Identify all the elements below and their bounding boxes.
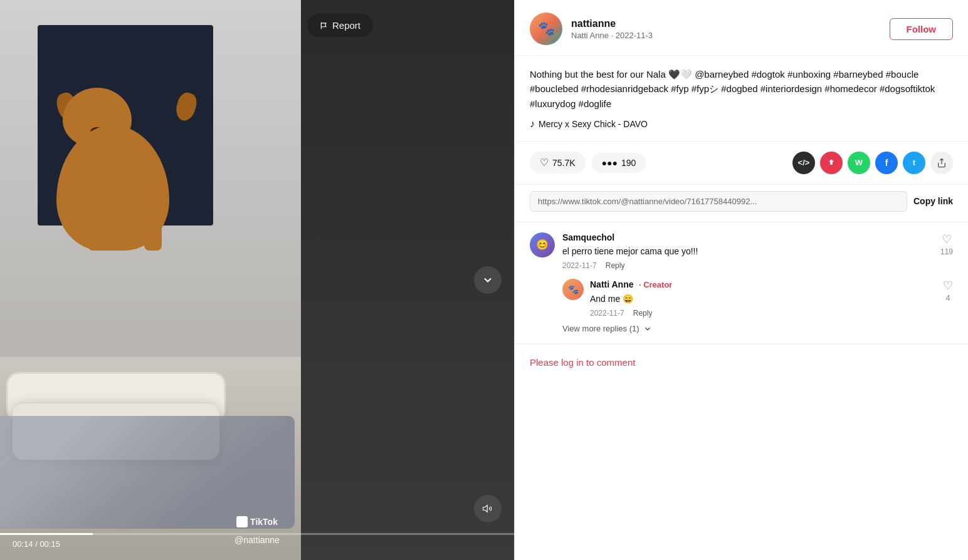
view-more-label: View more replies (1)	[562, 324, 639, 333]
avatar-emoji: 🐾	[538, 21, 555, 37]
reply-text: And me 😄	[590, 293, 937, 305]
comment-avatar: 😊	[530, 232, 555, 257]
report-label: Report	[332, 20, 360, 31]
chevron-down-button[interactable]	[474, 266, 502, 294]
rug	[0, 416, 295, 529]
right-panel: 🐾 nattianne Natti Anne · 2022-11-3 Follo…	[514, 0, 968, 560]
comment-body: Samquechol el perro tiene mejor cama que…	[562, 232, 933, 270]
video-scene	[0, 0, 514, 560]
reply-body: Natti Anne · Creator And me 😄 2022-11-7 …	[590, 279, 937, 318]
time-total: 00:15	[39, 539, 60, 549]
share-twitter-button[interactable]: t	[903, 152, 925, 174]
music-row: ♪ Mercy x Sexy Chick - DAVO	[530, 118, 953, 130]
share-icon	[937, 158, 947, 168]
reply-date: 2022-11-7	[590, 309, 624, 318]
commenter-username: Samquechol	[562, 232, 933, 242]
like-button[interactable]: ♡ 75.7K	[530, 152, 586, 174]
like-count: 75.7K	[552, 158, 576, 168]
reply-avatar-emoji: 🐾	[568, 284, 579, 294]
author-name: nattianne	[571, 18, 881, 29]
comment-date: 2022-11-7	[562, 261, 597, 270]
author-row: 🐾 nattianne Natti Anne · 2022-11-3 Follo…	[515, 0, 968, 56]
heart-icon: ♡	[540, 157, 549, 169]
comment-like: ♡ 119	[940, 232, 953, 256]
share-more-button[interactable]	[930, 152, 953, 174]
share-icons: </> W f t	[792, 152, 953, 174]
description-section: Nothing but the best for our Nala 🖤🤍 @ba…	[515, 56, 968, 142]
time-current: 00:14	[13, 539, 33, 549]
reply-avatar: 🐾	[562, 279, 584, 300]
comment-header: 😊 Samquechol el perro tiene mejor cama q…	[530, 232, 953, 270]
follow-button[interactable]: Follow	[890, 18, 954, 40]
volume-icon	[482, 503, 493, 514]
share-facebook-button[interactable]: f	[875, 152, 898, 174]
reply-username: Natti Anne	[590, 279, 633, 289]
dog	[38, 75, 213, 326]
embed-icon: </>	[798, 158, 810, 167]
comment-icon: ●●●	[602, 158, 618, 168]
reply-username-row: Natti Anne · Creator	[590, 279, 937, 290]
reply-like-count: 4	[946, 294, 950, 303]
reply-comment: 🐾 Natti Anne · Creator And me 😄 2022-11-…	[562, 279, 953, 318]
video-panel: Report TikTok 00:14 / 00:15 @nattianne	[0, 0, 514, 560]
comment-button[interactable]: ●●● 190	[592, 153, 646, 173]
dog-body	[56, 125, 169, 251]
tiktok-logo-icon	[236, 516, 248, 527]
chevron-down-icon	[481, 274, 494, 286]
flag-icon	[320, 21, 329, 30]
login-prompt-text[interactable]: Please log in to comment	[530, 357, 953, 368]
author-avatar: 🐾	[530, 13, 562, 45]
comments-section: 😊 Samquechol el perro tiene mejor cama q…	[515, 222, 968, 345]
link-row: https://www.tiktok.com/@nattianne/video/…	[515, 185, 968, 222]
reply-button[interactable]: Reply	[606, 261, 625, 270]
dog-ear-right	[174, 91, 199, 123]
comment-item: 😊 Samquechol el perro tiene mejor cama q…	[515, 222, 968, 345]
login-prompt: Please log in to comment	[515, 344, 968, 380]
dog-leg-fr	[144, 200, 162, 251]
comment-text: el perro tiene mejor cama que yo!!!	[562, 245, 933, 257]
creator-badge: · Creator	[639, 280, 672, 289]
nested-reply-button[interactable]: Reply	[633, 309, 653, 318]
facebook-icon: f	[885, 158, 888, 168]
reply-heart-icon[interactable]: ♡	[943, 279, 953, 293]
whatsapp-icon: W	[855, 158, 863, 167]
embed-button[interactable]: </>	[792, 152, 815, 174]
video-progress-fill	[0, 533, 93, 535]
share-whatsapp-button[interactable]: W	[848, 152, 870, 174]
video-username: @nattianne	[234, 535, 280, 545]
reply-meta: 2022-11-7 Reply	[590, 309, 937, 318]
comment-like-count: 119	[940, 247, 953, 256]
commenter-avatar-emoji: 😊	[536, 239, 549, 251]
tiktok-watermark: TikTok	[236, 516, 278, 527]
volume-button[interactable]	[474, 495, 502, 522]
author-info: nattianne Natti Anne · 2022-11-3	[571, 18, 881, 40]
video-time: 00:14 / 00:15	[13, 539, 60, 549]
author-subline: Natti Anne · 2022-11-3	[571, 31, 881, 40]
tiktok-share-icon	[827, 158, 836, 167]
comment-count: 190	[621, 158, 636, 168]
comment-meta: 2022-11-7 Reply	[562, 261, 933, 270]
report-button[interactable]: Report	[307, 14, 373, 37]
reply-like: ♡ 4	[943, 279, 953, 303]
expand-icon	[643, 324, 652, 333]
music-note-icon: ♪	[530, 118, 535, 130]
music-label: Mercy x Sexy Chick - DAVO	[539, 119, 648, 129]
copy-link-button[interactable]: Copy link	[913, 196, 953, 206]
description-text: Nothing but the best for our Nala 🖤🤍 @ba…	[530, 67, 953, 111]
share-tiktok-button[interactable]	[820, 152, 843, 174]
dog-leg-fl	[88, 200, 105, 251]
tiktok-brand: TikTok	[250, 517, 278, 527]
view-more-replies-button[interactable]: View more replies (1)	[562, 324, 652, 333]
comment-heart-icon[interactable]: ♡	[942, 232, 952, 246]
twitter-icon: t	[913, 158, 915, 167]
actions-row: ♡ 75.7K ●●● 190 </> W f t	[515, 142, 968, 185]
link-url: https://www.tiktok.com/@nattianne/video/…	[530, 191, 907, 212]
